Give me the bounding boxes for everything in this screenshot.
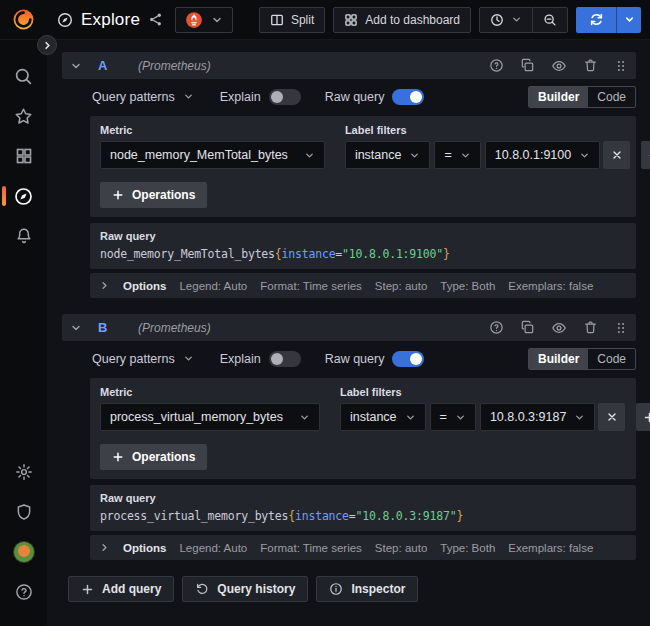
datasource-picker[interactable] bbox=[175, 7, 233, 33]
page-title-group: Explore bbox=[57, 10, 163, 30]
add-filter-button[interactable] bbox=[641, 141, 650, 169]
chevron-down-icon bbox=[511, 14, 522, 25]
filter-value-value: 10.8.0.3:9187 bbox=[490, 410, 566, 424]
collapse-chevron-icon[interactable] bbox=[70, 322, 82, 334]
history-icon bbox=[195, 582, 209, 596]
inspector-button[interactable]: Inspector bbox=[316, 576, 418, 602]
raw-query-toggle[interactable] bbox=[392, 351, 424, 367]
query-patterns-button[interactable]: Query patterns bbox=[90, 352, 196, 366]
remove-query-trash-icon[interactable] bbox=[583, 320, 598, 335]
raw-query-preview: Raw query node_memory_MemTotal_bytes{ins… bbox=[90, 223, 636, 269]
shield-icon bbox=[15, 503, 33, 521]
duplicate-query-icon[interactable] bbox=[520, 320, 535, 335]
duplicate-query-icon[interactable] bbox=[520, 58, 535, 73]
query-options-collapsed[interactable]: Options Legend: Auto Format: Time series… bbox=[90, 535, 636, 560]
zoom-out-time-button[interactable] bbox=[533, 7, 568, 33]
remove-filter-button[interactable] bbox=[598, 403, 625, 431]
metric-select[interactable]: node_memory_MemTotal_bytes bbox=[100, 141, 325, 169]
remove-filter-button[interactable] bbox=[603, 141, 630, 169]
builder-mode-button[interactable]: Builder bbox=[529, 349, 588, 369]
chevron-right-icon bbox=[99, 280, 110, 291]
chevron-down-icon bbox=[183, 353, 194, 364]
info-circle-icon bbox=[329, 582, 343, 596]
query-ref-id: B bbox=[98, 320, 110, 335]
run-query-interval-dropdown[interactable] bbox=[616, 7, 641, 33]
chevron-down-icon bbox=[211, 14, 223, 26]
drag-handle-icon[interactable] bbox=[614, 321, 628, 335]
add-to-dashboard-button[interactable]: Add to dashboard bbox=[333, 7, 471, 33]
explain-toggle-group: Explain bbox=[220, 89, 301, 105]
explain-toggle-group: Explain bbox=[220, 351, 301, 367]
sidebar-item-explore[interactable] bbox=[0, 176, 47, 216]
chevron-down-icon bbox=[460, 150, 471, 161]
promql-value-token: "10.8.0.1:9100" bbox=[342, 247, 443, 261]
sidebar-expand-button[interactable] bbox=[37, 35, 57, 55]
compass-icon bbox=[57, 12, 73, 28]
time-picker-button[interactable] bbox=[479, 7, 533, 33]
code-mode-button[interactable]: Code bbox=[588, 87, 635, 107]
search-minus-icon bbox=[543, 13, 557, 27]
sidebar-item-starred[interactable] bbox=[0, 96, 47, 136]
filter-label-select[interactable]: instance bbox=[345, 141, 431, 169]
remove-query-trash-icon[interactable] bbox=[583, 58, 598, 73]
filter-label-value: instance bbox=[355, 148, 402, 162]
options-exemplars: Exemplars: false bbox=[508, 280, 593, 292]
sidebar-item-server-admin[interactable] bbox=[0, 492, 47, 532]
options-exemplars: Exemplars: false bbox=[508, 542, 593, 554]
query-history-label: Query history bbox=[217, 582, 295, 596]
help-question-icon bbox=[15, 583, 33, 601]
add-query-button[interactable]: Add query bbox=[68, 576, 174, 602]
sidebar-item-search[interactable] bbox=[0, 56, 47, 96]
chevron-down-icon bbox=[299, 412, 310, 423]
raw-query-toggle[interactable] bbox=[392, 89, 424, 105]
sidebar-item-profile[interactable] bbox=[0, 532, 47, 572]
metric-select-value: node_memory_MemTotal_bytes bbox=[110, 148, 288, 162]
query-row-header[interactable]: B (Prometheus) bbox=[62, 314, 636, 341]
sidebar-item-help[interactable] bbox=[0, 572, 47, 612]
add-filter-button[interactable] bbox=[636, 403, 650, 431]
metric-select[interactable]: process_virtual_memory_bytes bbox=[100, 403, 320, 431]
run-query-button[interactable] bbox=[576, 7, 616, 33]
query-help-icon[interactable] bbox=[489, 320, 504, 335]
share-icon[interactable] bbox=[148, 12, 163, 27]
explain-toggle[interactable] bbox=[269, 89, 301, 105]
filter-value-select[interactable]: 10.8.0.1:9100 bbox=[485, 141, 600, 169]
disable-query-eye-icon[interactable] bbox=[551, 320, 567, 336]
query-editor-toolbar: Query patterns Explain Raw query bbox=[90, 83, 636, 110]
dashboards-grid-icon bbox=[15, 147, 33, 165]
query-history-button[interactable]: Query history bbox=[182, 576, 308, 602]
page-title: Explore bbox=[81, 10, 140, 30]
metric-field: Metric node_memory_MemTotal_bytes bbox=[100, 124, 325, 169]
filter-operator-select[interactable]: = bbox=[430, 403, 476, 431]
options-step: Step: auto bbox=[375, 280, 427, 292]
metric-field: Metric process_virtual_memory_bytes bbox=[100, 386, 320, 431]
drag-handle-icon[interactable] bbox=[614, 59, 628, 73]
collapse-chevron-icon[interactable] bbox=[70, 60, 82, 72]
sidebar-item-alerting[interactable] bbox=[0, 216, 47, 256]
options-step: Step: auto bbox=[375, 542, 427, 554]
label-filters-field: Label filters instance = bbox=[345, 124, 650, 169]
add-operations-button[interactable]: Operations bbox=[100, 444, 207, 470]
plus-icon bbox=[81, 583, 94, 596]
grafana-logo[interactable] bbox=[0, 8, 47, 31]
split-button[interactable]: Split bbox=[259, 7, 325, 33]
query-patterns-button[interactable]: Query patterns bbox=[90, 90, 196, 104]
sidebar-item-configuration[interactable] bbox=[0, 452, 47, 492]
filter-operator-select[interactable]: = bbox=[434, 141, 480, 169]
run-query-group bbox=[576, 7, 641, 33]
query-options-collapsed[interactable]: Options Legend: Auto Format: Time series… bbox=[90, 273, 636, 298]
query-help-icon[interactable] bbox=[489, 58, 504, 73]
filter-label-select[interactable]: instance bbox=[340, 403, 426, 431]
query-datasource-name: (Prometheus) bbox=[138, 59, 211, 73]
query-row-header[interactable]: A (Prometheus) bbox=[62, 52, 636, 79]
disable-query-eye-icon[interactable] bbox=[551, 58, 567, 74]
plus-icon bbox=[643, 411, 650, 424]
add-operations-button[interactable]: Operations bbox=[100, 182, 207, 208]
query-editor-row: A (Prometheus) bbox=[62, 52, 636, 298]
explain-toggle[interactable] bbox=[269, 351, 301, 367]
sidebar-item-dashboards[interactable] bbox=[0, 136, 47, 176]
filter-value-select[interactable]: 10.8.0.3:9187 bbox=[480, 403, 595, 431]
apps-grid-icon bbox=[344, 13, 358, 27]
code-mode-button[interactable]: Code bbox=[588, 349, 635, 369]
builder-mode-button[interactable]: Builder bbox=[529, 87, 588, 107]
